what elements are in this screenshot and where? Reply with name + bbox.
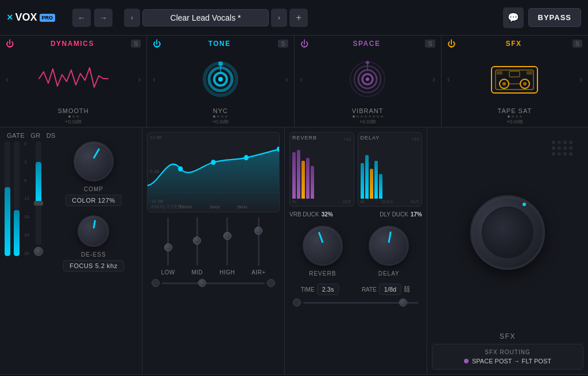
sfx-dots [508, 115, 522, 118]
low-label: LOW [161, 269, 175, 276]
tone-prev-button[interactable]: ‹ [153, 75, 156, 84]
tone-next-button[interactable]: › [285, 75, 288, 84]
delay-bar-2 [365, 155, 369, 199]
tone-s-button[interactable]: S [278, 40, 288, 48]
comp-knob[interactable] [74, 141, 114, 181]
main-section: GATE GR DS 0 3 6 12 18 [0, 127, 588, 374]
space-power-button[interactable]: ⏻ [300, 39, 308, 48]
reverb-knob-group: REVERB [303, 226, 343, 277]
svg-point-4 [218, 61, 223, 66]
space-prev-button[interactable]: ‹ [300, 75, 303, 84]
space-slider-left-handle[interactable] [293, 299, 301, 307]
air-slider-thumb[interactable] [254, 227, 262, 235]
low-slider-thumb[interactable] [164, 243, 172, 251]
add-preset-button[interactable]: + [289, 9, 308, 27]
mid-slider-thumb[interactable] [193, 237, 201, 245]
space-dot-8 [381, 115, 383, 118]
undo-button[interactable]: ← [72, 9, 91, 27]
mid-slider-group: MID [192, 217, 203, 276]
space-spiral-icon [345, 59, 390, 99]
sfx-next-button[interactable]: › [579, 75, 582, 84]
reverb-knob[interactable] [303, 226, 343, 266]
color-display[interactable]: COLOR 127% [65, 195, 121, 206]
high-slider-group: HIGH [219, 217, 235, 276]
high-slider[interactable] [226, 217, 228, 266]
sfx-module: ⏻ SFX S ‹ › TAPE SAT [442, 36, 588, 127]
dynamics-header: ⏻ DYNAMICS S [0, 39, 146, 48]
sfx-power-button[interactable]: ⏻ [447, 39, 455, 48]
dynamics-prev-button[interactable]: ‹ [6, 75, 9, 84]
dynamics-dot-2 [72, 115, 75, 118]
freq-180hz: 180Hz [179, 204, 192, 210]
gr-meter-group [14, 141, 20, 256]
next-preset-button[interactable]: › [271, 9, 287, 27]
space-dot-7 [377, 115, 379, 118]
top-bar: × VOX PRO ← → ‹ Clear Lead Vocals * › + … [0, 0, 588, 36]
redo-button[interactable]: → [94, 9, 113, 27]
low-slider[interactable] [167, 217, 169, 266]
ds-slider-track[interactable] [36, 141, 41, 245]
prev-preset-button[interactable]: ‹ [124, 9, 140, 27]
air-slider-group: AIR+ [252, 217, 266, 276]
sfx-icon-area: ‹ › [442, 51, 588, 107]
dynamics-power-button[interactable]: ⏻ [6, 39, 14, 48]
dynamics-s-button[interactable]: S [131, 40, 141, 48]
sfx-panel: SFX SFX ROUTING SPACE POST → FLT POST [427, 127, 588, 374]
high-slider-thumb[interactable] [223, 232, 231, 240]
focus-display[interactable]: FOCUS 5.2 khz [63, 260, 124, 272]
speaker-grille [549, 138, 578, 161]
ds-handle[interactable] [34, 247, 43, 256]
mid-slider[interactable] [196, 217, 198, 266]
sfx-big-knob-area [432, 132, 583, 332]
tone-h-slider-left-handle[interactable] [152, 279, 160, 287]
time-rate-row: TIME 2.3s RATE 1/8d ⛓ [289, 284, 422, 295]
space-next-button[interactable]: › [432, 75, 435, 84]
reverb-bar-2 [297, 150, 300, 199]
dynamics-next-button[interactable]: › [138, 75, 141, 84]
low-slider-group: LOW [161, 217, 175, 276]
sfx-main-knob[interactable] [470, 195, 545, 270]
delay-knob-group: DELAY [369, 226, 409, 277]
tone-title: TONE [164, 40, 274, 48]
sfx-routing-value[interactable]: SPACE POST → FLT POST [439, 358, 576, 365]
comment-button[interactable]: 💬 [503, 7, 524, 28]
svg-point-11 [366, 61, 369, 64]
delay-knob-label: DELAY [378, 270, 400, 277]
de-ess-knob[interactable] [78, 215, 109, 247]
tone-header: ⏻ TONE S [147, 39, 293, 48]
space-s-button[interactable]: S [425, 40, 435, 48]
sync-icon[interactable]: ⛓ [404, 285, 411, 293]
dly-duck-value: 17% [411, 211, 422, 218]
dynamics-dots [68, 115, 79, 118]
space-h-slider-thumb[interactable] [399, 299, 407, 307]
reverb-knob-label: REVERB [309, 270, 336, 277]
sfx-knob-dot [523, 203, 526, 206]
ds-slider-thumb[interactable] [34, 201, 43, 206]
air-slider[interactable] [258, 217, 260, 266]
tone-power-button[interactable]: ⏻ [153, 39, 161, 48]
dynamics-dot-1 [68, 115, 71, 118]
svg-point-36 [558, 152, 561, 156]
sfx-routing-box: SFX ROUTING SPACE POST → FLT POST [432, 344, 583, 370]
space-h-slider-track[interactable] [303, 302, 419, 304]
tone-h-slider-thumb-1[interactable] [198, 279, 206, 287]
bypass-button[interactable]: BYPASS [528, 8, 582, 27]
reverb-bar-3 [301, 161, 305, 199]
svg-rect-20 [509, 71, 520, 77]
delay-knob[interactable] [369, 226, 409, 266]
preset-name[interactable]: Clear Lead Vocals * [142, 9, 269, 26]
sfx-prev-button[interactable]: ‹ [447, 75, 450, 84]
dynamics-module: ⏻ DYNAMICS S ‹ › SMOOTH +0.0dB [0, 36, 147, 127]
delay-meter-scale: +12 [411, 137, 419, 142]
svg-point-3 [218, 77, 223, 82]
reverb-meter-label: REVERB [292, 135, 317, 141]
time-value-badge[interactable]: 2.3s [317, 284, 339, 295]
logo-vox: VOX [16, 11, 37, 24]
rate-value-badge[interactable]: 1/8d [379, 284, 401, 295]
space-dot-6 [373, 115, 375, 118]
preset-area: ‹ Clear Lead Vocals * › + [124, 9, 308, 27]
tone-h-slider-track-1[interactable] [162, 282, 265, 284]
svg-point-38 [569, 152, 572, 156]
tone-h-slider-mid-handle[interactable] [267, 279, 275, 287]
sfx-s-button[interactable]: S [572, 40, 582, 48]
